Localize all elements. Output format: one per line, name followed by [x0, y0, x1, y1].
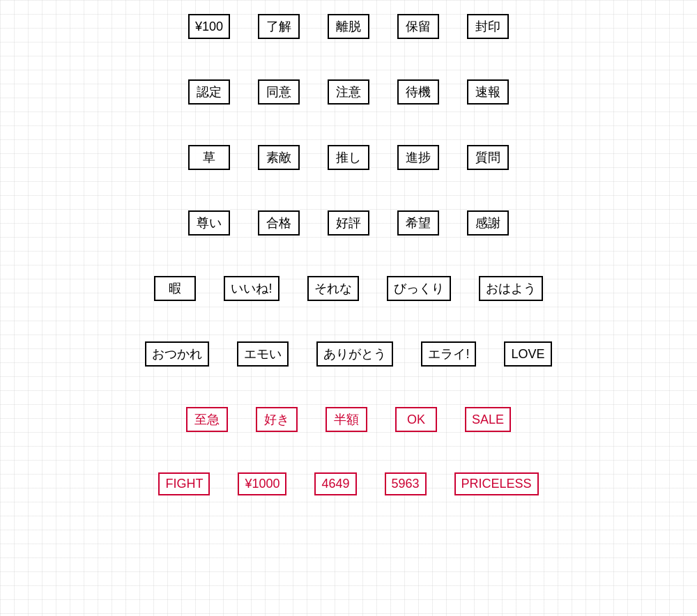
stamp-1-0[interactable]: 認定 [188, 79, 230, 105]
stamp-4-2[interactable]: それな [307, 276, 359, 301]
stamp-row-1: 認定同意注意待機速報 [188, 79, 509, 105]
stamp-7-3[interactable]: 5963 [385, 472, 427, 495]
stamp-5-3[interactable]: エライ! [421, 341, 476, 367]
stamp-5-1[interactable]: エモい [237, 341, 289, 367]
stamp-0-0[interactable]: ¥100 [188, 14, 230, 39]
stamp-1-1[interactable]: 同意 [258, 79, 300, 105]
stamp-2-1[interactable]: 素敵 [258, 145, 300, 170]
stamp-3-0[interactable]: 尊い [188, 210, 230, 236]
stamp-0-4[interactable]: 封印 [467, 14, 509, 39]
stamp-3-4[interactable]: 感謝 [467, 210, 509, 236]
stamp-6-3[interactable]: OK [395, 407, 437, 432]
stamp-5-4[interactable]: LOVE [504, 341, 551, 367]
stamp-grid: ¥100了解離脱保留封印認定同意注意待機速報草素敵推し進捗質問尊い合格好評希望感… [0, 0, 697, 536]
stamp-row-2: 草素敵推し進捗質問 [188, 145, 509, 170]
stamp-2-4[interactable]: 質問 [467, 145, 509, 170]
stamp-2-3[interactable]: 進捗 [397, 145, 439, 170]
stamp-4-3[interactable]: びっくり [387, 276, 451, 301]
stamp-2-2[interactable]: 推し [328, 145, 369, 170]
stamp-row-0: ¥100了解離脱保留封印 [188, 14, 509, 39]
stamp-7-1[interactable]: ¥1000 [238, 472, 286, 495]
stamp-row-6: 至急好き半額OKSALE [186, 407, 511, 432]
stamp-0-3[interactable]: 保留 [397, 14, 439, 39]
stamp-row-3: 尊い合格好評希望感謝 [188, 210, 509, 236]
stamp-6-2[interactable]: 半額 [325, 407, 367, 432]
stamp-6-1[interactable]: 好き [256, 407, 298, 432]
stamp-row-7: FIGHT¥100046495963PRICELESS [158, 472, 538, 495]
stamp-7-4[interactable]: PRICELESS [454, 472, 539, 495]
stamp-4-4[interactable]: おはよう [479, 276, 543, 301]
stamp-4-0[interactable]: 暇 [154, 276, 196, 301]
stamp-row-4: 暇いいね!それなびっくりおはよう [154, 276, 542, 301]
stamp-2-0[interactable]: 草 [188, 145, 230, 170]
stamp-5-0[interactable]: おつかれ [145, 341, 209, 367]
stamp-3-2[interactable]: 好評 [328, 210, 369, 236]
stamp-5-2[interactable]: ありがとう [316, 341, 393, 367]
stamp-0-2[interactable]: 離脱 [328, 14, 369, 39]
stamp-1-2[interactable]: 注意 [328, 79, 369, 105]
stamp-3-3[interactable]: 希望 [397, 210, 439, 236]
stamp-7-0[interactable]: FIGHT [158, 472, 210, 495]
stamp-6-4[interactable]: SALE [465, 407, 511, 432]
stamp-4-1[interactable]: いいね! [224, 276, 279, 301]
stamp-0-1[interactable]: 了解 [258, 14, 300, 39]
stamp-6-0[interactable]: 至急 [186, 407, 228, 432]
stamp-row-5: おつかれエモいありがとうエライ!LOVE [145, 341, 551, 367]
stamp-7-2[interactable]: 4649 [314, 472, 356, 495]
stamp-1-4[interactable]: 速報 [467, 79, 509, 105]
stamp-1-3[interactable]: 待機 [397, 79, 439, 105]
stamp-3-1[interactable]: 合格 [258, 210, 300, 236]
